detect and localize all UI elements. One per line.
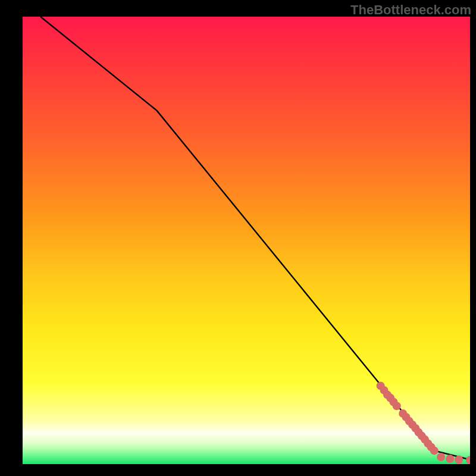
data-point [430,446,439,455]
chart [23,17,470,464]
svg-rect-0 [23,17,470,464]
data-point [446,455,454,463]
data-point [393,402,401,410]
data-point [437,453,445,461]
watermark: TheBottleneck.com [350,2,471,18]
data-point [455,456,463,464]
